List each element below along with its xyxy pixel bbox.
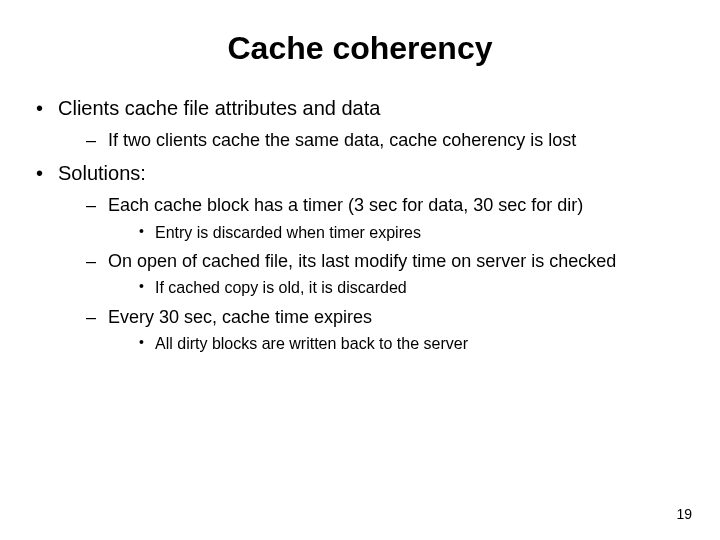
bullet-text: Solutions:	[58, 162, 146, 184]
bullet-text: Clients cache file attributes and data	[58, 97, 380, 119]
bullet-text: Every 30 sec, cache time expires	[108, 307, 372, 327]
slide: Cache coherency Clients cache file attri…	[0, 0, 720, 540]
bullet-level2: If two clients cache the same data, cach…	[78, 128, 700, 152]
bullet-text: All dirty blocks are written back to the…	[155, 335, 468, 352]
bullet-text: If cached copy is old, it is discarded	[155, 279, 407, 296]
bullet-level3: Entry is discarded when timer expires	[133, 222, 700, 244]
bullet-level3: If cached copy is old, it is discarded	[133, 277, 700, 299]
bullet-level2: Each cache block has a timer (3 sec for …	[78, 193, 700, 243]
bullet-level3: All dirty blocks are written back to the…	[133, 333, 700, 355]
bullet-level1: Solutions: Each cache block has a timer …	[28, 160, 700, 355]
bullet-text: On open of cached file, its last modify …	[108, 251, 616, 271]
bullet-level2: On open of cached file, its last modify …	[78, 249, 700, 299]
bullet-level2: Every 30 sec, cache time expires All dir…	[78, 305, 700, 355]
bullet-text: Each cache block has a timer (3 sec for …	[108, 195, 583, 215]
slide-title: Cache coherency	[0, 0, 720, 87]
slide-body: Clients cache file attributes and data I…	[0, 95, 720, 355]
page-number: 19	[676, 506, 692, 522]
bullet-level1: Clients cache file attributes and data I…	[28, 95, 700, 152]
bullet-text: Entry is discarded when timer expires	[155, 224, 421, 241]
bullet-text: If two clients cache the same data, cach…	[108, 130, 576, 150]
